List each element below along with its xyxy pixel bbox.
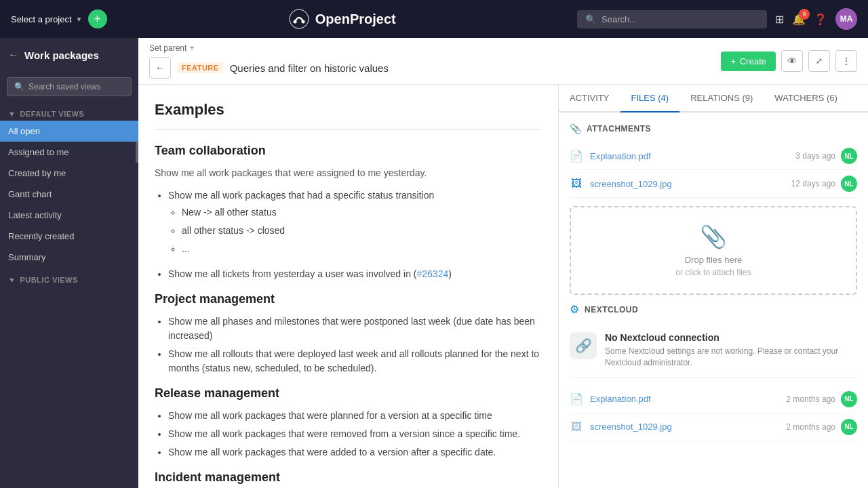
eye-icon: 👁 <box>787 56 797 66</box>
create-button[interactable]: + Create <box>721 52 776 71</box>
nextcloud-error-message: Some Nextcloud settings are not working.… <box>605 346 857 369</box>
work-package-title: Queries and filter on historic values <box>230 62 389 74</box>
team-collaboration-title: Team collaboration <box>155 144 542 158</box>
grid-icon[interactable]: ⊞ <box>775 13 784 26</box>
list-item: New -> all other status <box>182 205 542 220</box>
file-avatar: NL <box>841 391 857 407</box>
release-management-title: Release management <box>155 386 542 401</box>
search-bar[interactable]: 🔍 <box>577 10 767 28</box>
img-icon: 🖼 <box>570 420 583 434</box>
tab-activity[interactable]: ACTIVITY <box>559 85 620 113</box>
file-avatar: NL <box>841 148 857 164</box>
sidebar-item-gantt-chart[interactable]: Gantt chart <box>0 184 138 205</box>
set-parent-link[interactable]: Set parent + <box>149 43 389 53</box>
list-item: Show me all phases and milestones that w… <box>168 314 542 343</box>
work-package-type-badge: FEATURE <box>178 62 223 73</box>
avatar[interactable]: MA <box>835 8 857 30</box>
sidebar-item-latest-activity[interactable]: Latest activity <box>0 205 138 226</box>
svg-point-2 <box>301 20 304 24</box>
attachments-header: 📎 ATTACHMENTS <box>570 123 857 134</box>
sidebar-header: ← Work packages <box>0 38 138 72</box>
sidebar-title: Work packages <box>24 49 99 61</box>
sidebar-item-summary[interactable]: Summary <box>0 247 138 268</box>
search-input[interactable] <box>601 14 759 24</box>
work-package-header: Set parent + ← FEATURE Queries and filte… <box>138 38 868 85</box>
nc-file-name-screenshot[interactable]: screenshot_1029.jpg <box>590 422 779 432</box>
navbar-right: 🔍 ⊞ 🔔 9 ❓ MA <box>577 8 857 30</box>
help-icon[interactable]: ❓ <box>814 13 827 26</box>
ticket-link[interactable]: #26324 <box>416 268 448 279</box>
eye-button[interactable]: 👁 <box>781 50 803 72</box>
sidebar-item-recently-created[interactable]: Recently created <box>0 226 138 247</box>
list-item: ... <box>182 242 542 256</box>
team-collaboration-intro: Show me all work packages that were assi… <box>155 166 542 180</box>
nc-file-item-screenshot: 🖼 screenshot_1029.jpg 2 months ago NL <box>570 413 857 441</box>
attachment-icon: 📎 <box>700 224 727 249</box>
search-placeholder-text: Search saved views <box>28 82 101 92</box>
chevron-down-icon: ▼ <box>8 276 16 284</box>
sidebar-item-created-by-me[interactable]: Created by me <box>0 163 138 184</box>
more-button[interactable]: ⋮ <box>835 50 857 72</box>
notification-badge: 9 <box>799 9 810 20</box>
file-type-icon: 🖼 <box>571 421 582 433</box>
files-tab-content: 📎 ATTACHMENTS 📄 Explanation.pdf 3 days a… <box>559 113 868 488</box>
nextcloud-icon: ⚙ <box>570 303 579 316</box>
list-item: Show me all work packages that were plan… <box>168 409 542 423</box>
logo: OpenProject <box>288 8 396 30</box>
wp-header-left: Set parent + ← FEATURE Queries and filte… <box>149 43 389 79</box>
file-date: 3 days ago <box>795 151 835 161</box>
search-saved-views-input[interactable]: 🔍 Search saved views <box>7 77 132 96</box>
project-management-title: Project management <box>155 292 542 306</box>
tabs: ACTIVITY FILES (4) RELATIONS (9) WATCHER… <box>559 85 868 113</box>
navbar-left: Select a project ▼ + <box>11 9 107 28</box>
tab-files[interactable]: FILES (4) <box>620 85 680 113</box>
release-management-list: Show me all work packages that were plan… <box>155 409 542 460</box>
main-layout: ← Work packages 🔍 Search saved views ▼ D… <box>0 38 868 488</box>
nc-file-date: 2 months ago <box>786 422 835 432</box>
list-item: Show me all work packages that were remo… <box>168 427 542 441</box>
fullscreen-button[interactable]: ⤢ <box>808 50 830 72</box>
file-meta: 12 days ago NL <box>791 176 857 192</box>
logo-icon <box>288 8 310 30</box>
file-item-screenshot-jpg: 🖼 screenshot_1029.jpg 12 days ago NL <box>570 170 857 198</box>
file-item-explanation-pdf: 📄 Explanation.pdf 3 days ago NL <box>570 142 857 170</box>
file-type-icon: 🖼 <box>571 178 582 190</box>
list-item: Show me all work packages that were adde… <box>168 445 542 460</box>
back-button[interactable]: ← <box>149 57 171 79</box>
incident-management-title: Incident management <box>155 470 542 485</box>
split-content: Examples Team collaboration Show me all … <box>138 85 868 488</box>
fullscreen-icon: ⤢ <box>816 56 823 66</box>
nc-file-name-explanation[interactable]: Explanation.pdf <box>590 394 779 404</box>
plus-icon: + <box>730 56 736 66</box>
nextcloud-label: NEXTCLOUD <box>585 305 638 314</box>
public-views-label: ▼ PUBLIC VIEWS <box>0 268 138 287</box>
sidebar-search[interactable]: 🔍 Search saved views <box>0 72 138 102</box>
search-icon: 🔍 <box>14 82 24 92</box>
notifications-icon[interactable]: 🔔 9 <box>792 13 806 26</box>
svg-point-1 <box>293 20 296 24</box>
file-type-icon: 📄 <box>570 392 583 405</box>
right-panel: ACTIVITY FILES (4) RELATIONS (9) WATCHER… <box>559 85 868 488</box>
project-selector[interactable]: Select a project ▼ <box>11 14 83 24</box>
list-item: Show me all tickets from yesterday a use… <box>168 267 542 281</box>
file-avatar: NL <box>841 419 857 435</box>
broken-link-icon: 🔗 <box>570 332 597 359</box>
wp-header-right: + Create 👁 ⤢ ⋮ <box>721 50 857 72</box>
svg-point-0 <box>290 9 309 28</box>
scroll-indicator <box>136 142 138 163</box>
file-meta: 3 days ago NL <box>795 148 857 164</box>
logo-text: OpenProject <box>315 12 396 27</box>
tab-watchers[interactable]: WATCHERS (6) <box>764 85 848 113</box>
add-project-button[interactable]: + <box>88 9 107 28</box>
tab-relations[interactable]: RELATIONS (9) <box>679 85 764 113</box>
file-avatar: NL <box>841 176 857 192</box>
file-name-screenshot[interactable]: screenshot_1029.jpg <box>590 179 785 189</box>
sidebar-item-assigned-to-me[interactable]: Assigned to me <box>0 142 138 163</box>
file-name-explanation[interactable]: Explanation.pdf <box>590 151 789 161</box>
sidebar-item-all-open[interactable]: All open <box>0 121 138 142</box>
drop-zone[interactable]: 📎 Drop files here or click to attach fil… <box>570 206 857 295</box>
sidebar-back-button[interactable]: ← <box>8 49 19 61</box>
list-item: Show me all work packages that had a spe… <box>168 188 542 256</box>
default-views-label: ▼ DEFAULT VIEWS <box>0 102 138 121</box>
file-date: 12 days ago <box>791 179 835 188</box>
